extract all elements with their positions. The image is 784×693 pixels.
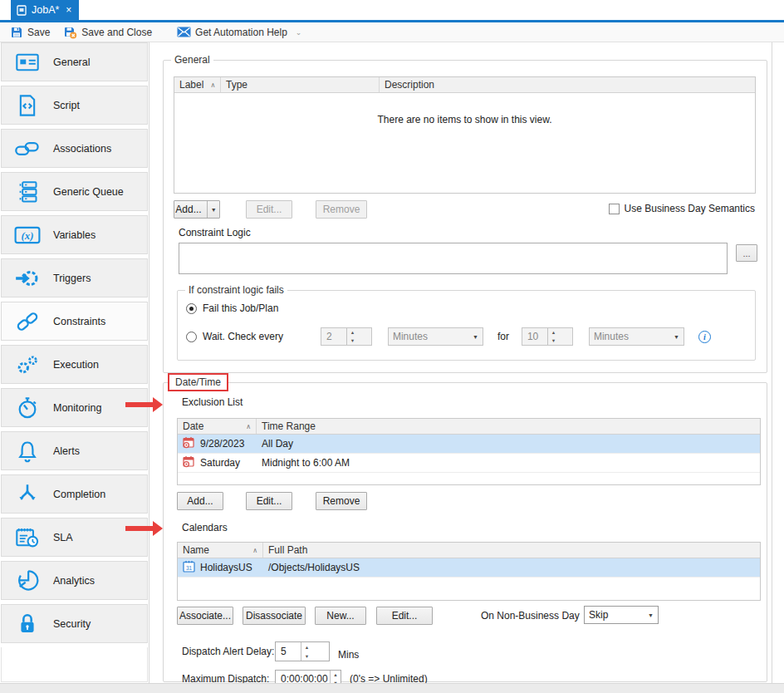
wait-check-label: Wait. Check every: [203, 331, 283, 342]
general-groupbox: General Label∧ Type Description There ar…: [163, 60, 767, 373]
spin-up-icon[interactable]: ▲: [347, 328, 358, 337]
toolbar: Save Save and Close Get Automation Help …: [0, 22, 784, 42]
dispatch-alert-delay-spinner[interactable]: 5 ▲▼: [275, 641, 330, 661]
constraint-fails-title: If constraint logic fails: [185, 284, 287, 296]
wait-check-radio[interactable]: [186, 332, 197, 342]
sidebar-item-sla[interactable]: SLA: [1, 518, 148, 557]
use-business-day-semantics[interactable]: Use Business Day Semantics: [609, 203, 755, 214]
calendars-label: Calendars: [182, 522, 228, 533]
exclusion-table-header: Date∧ Time Range: [178, 419, 760, 435]
spin-down-icon[interactable]: ▼: [548, 337, 559, 345]
general-items-table[interactable]: Label∧ Type Description There are no ite…: [174, 76, 756, 194]
fail-job-option[interactable]: Fail this Job/Plan: [186, 302, 278, 314]
triggers-icon: [13, 264, 42, 292]
job-document-icon: [17, 5, 27, 16]
sidebar-item-constraints[interactable]: Constraints: [1, 302, 148, 341]
spin-down-icon[interactable]: ▼: [301, 651, 312, 661]
datetime-groupbox: Date/Time Exclusion List Date∧ Time Rang…: [163, 382, 767, 682]
exclusion-date-icon: [183, 436, 195, 451]
svg-text:(x): (x): [22, 229, 34, 241]
tab-close-icon[interactable]: ×: [66, 4, 71, 16]
empty-table-message: There are no items to show in this view.: [174, 114, 755, 125]
general-remove-button[interactable]: Remove: [316, 200, 367, 219]
combo-arrow-icon: ▼: [648, 612, 654, 618]
dispatch-alert-delay-unit: Mins: [338, 649, 359, 661]
general-edit-button[interactable]: Edit...: [246, 200, 292, 219]
sidebar-item-generic-queue[interactable]: Generic Queue: [1, 172, 148, 211]
tab-strip: JobA* ×: [0, 0, 784, 20]
exclusion-remove-button[interactable]: Remove: [316, 492, 367, 510]
save-icon: [10, 26, 23, 39]
sort-asc-icon: ∧: [239, 423, 251, 430]
sort-asc-icon: ∧: [246, 547, 257, 554]
exclusion-row[interactable]: 9/28/2023 All Day: [178, 435, 760, 454]
toolbar-overflow-icon[interactable]: ⌄: [296, 28, 301, 37]
sidebar-item-analytics[interactable]: Analytics: [1, 561, 148, 600]
sidebar-item-associations[interactable]: Associations: [1, 129, 148, 168]
constraints-icon: [13, 307, 42, 336]
general-icon: [13, 48, 42, 76]
constraint-logic-browse-button[interactable]: ...: [736, 244, 757, 262]
sidebar-item-completion[interactable]: Completion: [1, 474, 148, 514]
exclusion-date-icon: [183, 455, 195, 470]
disassociate-button[interactable]: Disassociate: [243, 607, 306, 625]
window-bottom-edge: [0, 683, 784, 693]
wait-check-option[interactable]: Wait. Check every 2 ▲▼ Minutes▼ for 10 ▲…: [186, 327, 711, 346]
column-header-type[interactable]: Type: [221, 77, 380, 92]
non-business-day-label: On Non-Business Day: [481, 610, 580, 622]
info-icon[interactable]: i: [698, 331, 711, 343]
spin-down-icon[interactable]: ▼: [347, 337, 358, 345]
column-header-full-path[interactable]: Full Path: [263, 543, 760, 558]
sidebar-item-script[interactable]: Script: [1, 86, 148, 125]
calendars-table[interactable]: Name∧ Full Path 31 HolidaysUS /Objects/H…: [177, 542, 761, 601]
analytics-icon: [13, 567, 42, 595]
calendar-row[interactable]: 31 HolidaysUS /Objects/HolidaysUS: [178, 558, 760, 578]
exclusion-row[interactable]: Saturday Midnight to 6:00 AM: [178, 454, 760, 473]
constraint-logic-input[interactable]: [179, 243, 728, 274]
associations-icon: [13, 135, 42, 163]
spin-up-icon[interactable]: ▲: [301, 642, 312, 651]
general-add-button[interactable]: Add...▼: [174, 200, 220, 219]
column-header-description[interactable]: Description: [380, 77, 755, 92]
sidebar-item-alerts[interactable]: Alerts: [1, 431, 148, 470]
check-every-spinner[interactable]: 2 ▲▼: [321, 327, 372, 346]
calendar-edit-button[interactable]: Edit...: [376, 607, 433, 625]
exclusion-edit-button[interactable]: Edit...: [246, 492, 292, 510]
get-automation-help-button[interactable]: Get Automation Help: [174, 25, 294, 40]
exclusion-add-button[interactable]: Add...: [177, 492, 223, 510]
column-header-date[interactable]: Date∧: [178, 419, 257, 434]
sidebar-item-variables[interactable]: (x) Variables: [1, 215, 148, 254]
datetime-groupbox-title: Date/Time: [168, 373, 228, 391]
fail-job-label: Fail this Job/Plan: [203, 302, 278, 314]
sidebar-item-general[interactable]: General: [1, 42, 148, 81]
sort-asc-icon: ∧: [203, 81, 215, 89]
completion-icon: [13, 480, 42, 509]
save-button[interactable]: Save: [7, 24, 56, 41]
new-button[interactable]: New...: [315, 607, 366, 625]
check-every-unit-select[interactable]: Minutes▼: [388, 327, 483, 346]
for-unit-select[interactable]: Minutes▼: [589, 327, 684, 346]
sidebar-item-execution[interactable]: Execution: [1, 345, 148, 384]
associate-button[interactable]: Associate...: [177, 607, 233, 625]
sidebar-item-monitoring[interactable]: Monitoring: [1, 388, 148, 427]
exclusion-list-table[interactable]: Date∧ Time Range 9/28/2023 All Day Satur…: [177, 418, 761, 485]
business-day-checkbox[interactable]: [609, 204, 620, 214]
spin-up-icon[interactable]: ▲: [331, 671, 341, 679]
fail-job-radio[interactable]: [186, 303, 197, 314]
spin-up-icon[interactable]: ▲: [548, 328, 559, 337]
alerts-icon: [13, 437, 42, 465]
monitoring-icon: [13, 394, 42, 422]
for-duration-spinner[interactable]: 10 ▲▼: [522, 327, 573, 346]
column-header-label[interactable]: Label∧: [174, 77, 221, 92]
column-header-time-range[interactable]: Time Range: [257, 419, 760, 434]
tab-joba[interactable]: JobA* ×: [11, 0, 79, 20]
save-and-close-button[interactable]: Save and Close: [60, 24, 159, 41]
column-header-name[interactable]: Name∧: [178, 543, 263, 558]
constraint-logic-label: Constraint Logic: [179, 227, 251, 238]
sidebar: General Script Associations Generic Queu…: [0, 42, 149, 683]
sidebar-item-triggers[interactable]: Triggers: [1, 258, 148, 297]
sidebar-item-security[interactable]: Security: [1, 604, 148, 643]
non-business-day-select[interactable]: Skip▼: [584, 606, 659, 624]
calendar-icon: 31: [183, 560, 195, 575]
add-dropdown-icon: ▼: [211, 207, 218, 213]
